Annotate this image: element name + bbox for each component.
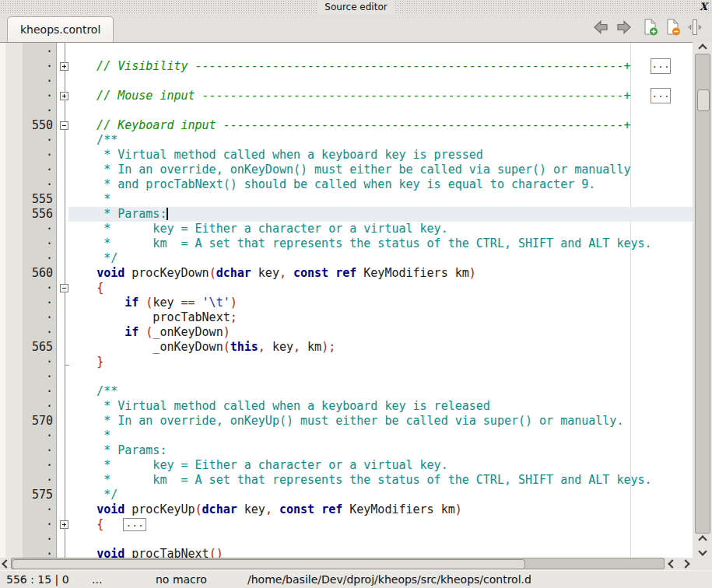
code-text[interactable]: * km = A set that represents the status … — [68, 236, 693, 251]
code-text[interactable] — [68, 74, 693, 89]
horizontal-scroll-thumb[interactable] — [12, 559, 525, 569]
horizontal-scroll-track[interactable] — [11, 558, 665, 569]
code-line[interactable]: 560 void procKeyDown(dchar key, const re… — [0, 266, 693, 281]
code-line[interactable]: · — [0, 369, 693, 384]
line-number[interactable]: · — [0, 369, 56, 384]
vertical-scroll-thumb[interactable] — [697, 89, 710, 111]
code-text[interactable]: } — [68, 355, 693, 369]
close-icon[interactable]: X — [700, 1, 707, 12]
code-text[interactable]: if (_onKeyDown) — [68, 325, 693, 340]
code-line[interactable]: 555 * — [0, 192, 693, 207]
line-number[interactable]: · — [0, 325, 56, 340]
code-text[interactable]: procTabNext; — [68, 310, 693, 325]
line-number[interactable]: · — [0, 429, 56, 443]
line-number[interactable]: · — [0, 89, 56, 103]
code-text[interactable]: * — [68, 429, 693, 443]
code-text[interactable]: * Virtual method called when a keyboard … — [68, 399, 693, 414]
code-text[interactable]: void procKeyDown(dchar key, const ref Ke… — [68, 266, 693, 281]
line-number[interactable]: · — [0, 384, 56, 399]
code-line[interactable]: · * and procTabNext() should be called w… — [0, 177, 693, 192]
split-view-button[interactable] — [686, 18, 703, 37]
code-text[interactable]: // Mouse input -------------------------… — [68, 89, 693, 103]
code-text[interactable]: // Keyboard input ----------------------… — [68, 118, 693, 133]
fold-collapse-icon[interactable] — [60, 284, 68, 292]
code-text[interactable]: /** — [68, 384, 693, 399]
fold-collapse-icon[interactable] — [60, 121, 68, 130]
code-text[interactable]: _onKeyDown(this, key, km); — [68, 340, 693, 355]
code-text[interactable]: if (key == '\t') — [68, 296, 693, 310]
code-text[interactable]: * Params: — [68, 443, 693, 458]
back-button[interactable] — [592, 18, 609, 37]
code-text[interactable]: * — [68, 192, 693, 207]
code-line[interactable]: · — [0, 103, 693, 118]
line-number[interactable]: · — [0, 74, 56, 89]
line-number[interactable]: 570 — [0, 414, 56, 429]
code-line[interactable]: · * Params: — [0, 443, 693, 458]
window-titlebar[interactable]: Source editor X — [0, 0, 712, 14]
code-line[interactable]: 550 // Keyboard input ------------------… — [0, 118, 693, 133]
code-text[interactable]: { — [68, 281, 693, 296]
line-number[interactable]: · — [0, 296, 56, 310]
code-line[interactable]: · } — [0, 355, 693, 369]
code-line[interactable]: · * key = Either a character or a virtua… — [0, 458, 693, 473]
code-line[interactable]: · — [0, 74, 693, 89]
fold-expand-icon[interactable] — [60, 520, 68, 529]
code-text[interactable]: /** — [68, 133, 693, 148]
tab-kheops-control[interactable]: kheops.control — [7, 16, 114, 42]
code-text[interactable] — [68, 103, 693, 118]
line-number[interactable]: · — [0, 399, 56, 414]
vertical-scroll-track[interactable] — [695, 54, 710, 534]
line-number[interactable]: 550 — [0, 118, 56, 133]
folded-code-ellipsis[interactable]: ... — [651, 88, 671, 103]
horizontal-scrollbar[interactable] — [0, 557, 693, 570]
code-line[interactable]: · * In an override, onKeyDown() must eit… — [0, 163, 693, 177]
line-number[interactable]: · — [0, 177, 56, 192]
scroll-right-button[interactable] — [679, 557, 691, 570]
code-text[interactable] — [68, 532, 693, 547]
line-number[interactable]: · — [0, 148, 56, 163]
code-line[interactable]: · */ — [0, 251, 693, 266]
line-number[interactable]: · — [0, 310, 56, 325]
line-number[interactable]: 565 — [0, 340, 56, 355]
line-number[interactable]: · — [0, 236, 56, 251]
line-number[interactable]: · — [0, 547, 56, 558]
line-number[interactable]: · — [0, 133, 56, 148]
code-editor[interactable]: ·· // Visibility -----------------------… — [0, 42, 693, 558]
code-line[interactable]: · — [0, 532, 693, 547]
code-line[interactable]: · // Visibility ------------------------… — [0, 59, 693, 74]
line-number[interactable]: · — [0, 473, 56, 488]
vertical-scrollbar[interactable] — [694, 43, 711, 557]
line-number[interactable]: 556 — [0, 207, 56, 222]
folded-code-ellipsis[interactable]: ... — [123, 518, 146, 531]
code-text[interactable]: */ — [68, 488, 693, 502]
code-line[interactable]: · if (_onKeyDown) — [0, 325, 693, 340]
code-line[interactable]: · {... — [0, 517, 693, 532]
forward-button[interactable] — [616, 18, 633, 37]
scroll-up-button[interactable] — [694, 43, 711, 54]
code-text[interactable]: void procKeyUp(dchar key, const ref KeyM… — [68, 502, 693, 517]
line-number[interactable]: · — [0, 458, 56, 473]
line-number[interactable]: · — [0, 163, 56, 177]
code-text[interactable] — [68, 369, 693, 384]
code-line[interactable]: 575 */ — [0, 488, 693, 502]
code-text[interactable]: * Virtual method called when a keyboard … — [68, 148, 693, 163]
code-line[interactable]: · * km = A set that represents the statu… — [0, 236, 693, 251]
line-number[interactable]: · — [0, 517, 56, 532]
line-number[interactable]: · — [0, 44, 56, 59]
line-number[interactable]: · — [0, 222, 56, 236]
line-number[interactable]: · — [0, 251, 56, 266]
code-text[interactable]: void procTabNext() — [68, 547, 693, 558]
add-document-button[interactable] — [642, 18, 659, 37]
code-text[interactable] — [68, 44, 693, 59]
code-text[interactable]: * km = A set that represents the status … — [68, 473, 693, 488]
line-number[interactable]: · — [0, 355, 56, 369]
code-line[interactable]: 565 _onKeyDown(this, key, km); — [0, 340, 693, 355]
line-number[interactable]: · — [0, 103, 56, 118]
folded-code-ellipsis[interactable]: ... — [651, 58, 671, 74]
code-text[interactable]: * key = Either a character or a virtual … — [68, 222, 693, 236]
line-number[interactable]: · — [0, 502, 56, 517]
code-line[interactable]: 570 * In an override, onKeyUp() must eit… — [0, 414, 693, 429]
line-number[interactable]: · — [0, 59, 56, 74]
line-number[interactable]: · — [0, 443, 56, 458]
code-line[interactable]: · /** — [0, 133, 693, 148]
